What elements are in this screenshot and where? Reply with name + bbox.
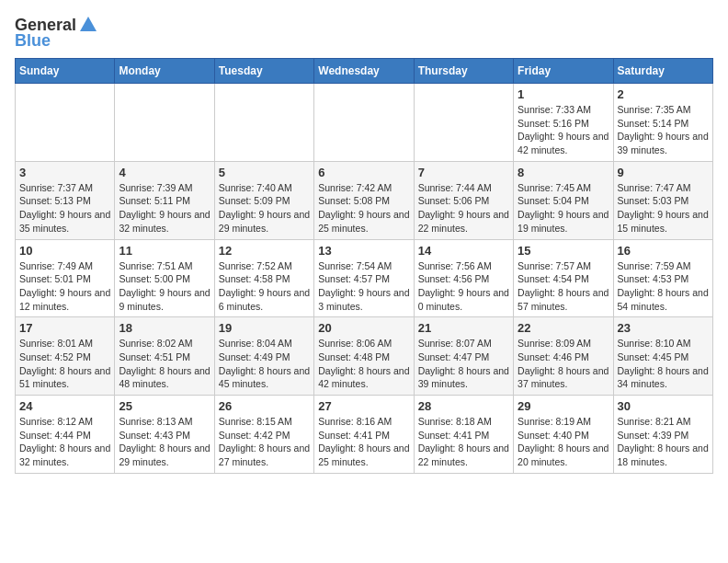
- day-number: 6: [318, 166, 409, 179]
- day-info: Sunrise: 8:13 AM Sunset: 4:43 PM Dayligh…: [119, 415, 210, 469]
- day-number: 1: [518, 87, 609, 101]
- logo-icon: [78, 15, 98, 35]
- day-cell: 16Sunrise: 7:59 AM Sunset: 4:53 PM Dayli…: [613, 239, 712, 317]
- day-info: Sunrise: 7:44 AM Sunset: 5:06 PM Dayligh…: [418, 181, 509, 236]
- day-info: Sunrise: 7:56 AM Sunset: 4:56 PM Dayligh…: [418, 259, 509, 314]
- day-info: Sunrise: 8:09 AM Sunset: 4:46 PM Dayligh…: [518, 337, 609, 391]
- week-row-4: 17Sunrise: 8:01 AM Sunset: 4:52 PM Dayli…: [16, 317, 713, 396]
- day-number: 30: [618, 399, 709, 413]
- day-number: 3: [19, 166, 110, 179]
- day-number: 2: [618, 87, 709, 101]
- day-number: 29: [518, 399, 609, 413]
- day-info: Sunrise: 7:42 AM Sunset: 5:08 PM Dayligh…: [318, 181, 409, 236]
- day-info: Sunrise: 7:52 AM Sunset: 4:58 PM Dayligh…: [219, 259, 310, 314]
- day-number: 19: [219, 321, 310, 335]
- day-number: 9: [618, 166, 709, 179]
- day-cell: 25Sunrise: 8:13 AM Sunset: 4:43 PM Dayli…: [115, 396, 214, 474]
- day-info: Sunrise: 8:18 AM Sunset: 4:41 PM Dayligh…: [418, 415, 509, 469]
- day-number: 21: [418, 321, 509, 335]
- week-row-5: 24Sunrise: 8:12 AM Sunset: 4:44 PM Dayli…: [16, 396, 713, 474]
- day-cell: 8Sunrise: 7:45 AM Sunset: 5:04 PM Daylig…: [514, 161, 613, 239]
- day-cell: 13Sunrise: 7:54 AM Sunset: 4:57 PM Dayli…: [314, 239, 414, 317]
- day-number: 10: [19, 244, 110, 258]
- day-cell: 3Sunrise: 7:37 AM Sunset: 5:13 PM Daylig…: [16, 161, 115, 239]
- day-cell: 4Sunrise: 7:39 AM Sunset: 5:11 PM Daylig…: [115, 161, 214, 239]
- day-number: 7: [418, 166, 509, 179]
- day-cell: 5Sunrise: 7:40 AM Sunset: 5:09 PM Daylig…: [214, 161, 313, 239]
- day-number: 25: [119, 399, 210, 413]
- day-number: 4: [119, 166, 210, 179]
- header-day-thursday: Thursday: [414, 59, 513, 84]
- day-cell: 28Sunrise: 8:18 AM Sunset: 4:41 PM Dayli…: [414, 396, 513, 474]
- header: General Blue: [15, 15, 713, 51]
- day-info: Sunrise: 7:59 AM Sunset: 4:53 PM Dayligh…: [618, 259, 709, 314]
- day-number: 22: [518, 321, 609, 335]
- day-info: Sunrise: 8:06 AM Sunset: 4:48 PM Dayligh…: [318, 337, 409, 391]
- day-cell: 7Sunrise: 7:44 AM Sunset: 5:06 PM Daylig…: [414, 161, 513, 239]
- day-info: Sunrise: 7:33 AM Sunset: 5:16 PM Dayligh…: [518, 103, 609, 157]
- day-cell: 14Sunrise: 7:56 AM Sunset: 4:56 PM Dayli…: [414, 239, 513, 317]
- day-cell: 22Sunrise: 8:09 AM Sunset: 4:46 PM Dayli…: [514, 317, 613, 396]
- day-cell: 17Sunrise: 8:01 AM Sunset: 4:52 PM Dayli…: [16, 317, 115, 396]
- day-cell: 15Sunrise: 7:57 AM Sunset: 4:54 PM Dayli…: [514, 239, 613, 317]
- day-info: Sunrise: 8:07 AM Sunset: 4:47 PM Dayligh…: [418, 337, 509, 391]
- day-cell: 1Sunrise: 7:33 AM Sunset: 5:16 PM Daylig…: [514, 84, 613, 162]
- header-day-sunday: Sunday: [16, 59, 115, 84]
- day-info: Sunrise: 7:54 AM Sunset: 4:57 PM Dayligh…: [318, 259, 409, 314]
- calendar: SundayMondayTuesdayWednesdayThursdayFrid…: [15, 58, 713, 474]
- day-info: Sunrise: 8:19 AM Sunset: 4:40 PM Dayligh…: [518, 415, 609, 469]
- day-info: Sunrise: 8:10 AM Sunset: 4:45 PM Dayligh…: [618, 337, 709, 391]
- day-cell: 27Sunrise: 8:16 AM Sunset: 4:41 PM Dayli…: [314, 396, 414, 474]
- day-number: 24: [19, 399, 110, 413]
- day-number: 14: [418, 244, 509, 258]
- day-cell: [314, 84, 414, 162]
- day-number: 23: [618, 321, 709, 335]
- day-number: 13: [318, 244, 409, 258]
- day-cell: 24Sunrise: 8:12 AM Sunset: 4:44 PM Dayli…: [16, 396, 115, 474]
- day-number: 11: [119, 244, 210, 258]
- day-cell: 9Sunrise: 7:47 AM Sunset: 5:03 PM Daylig…: [613, 161, 712, 239]
- day-number: 5: [219, 166, 310, 179]
- day-number: 20: [318, 321, 409, 335]
- day-info: Sunrise: 7:51 AM Sunset: 5:00 PM Dayligh…: [119, 259, 210, 314]
- day-number: 18: [119, 321, 210, 335]
- day-info: Sunrise: 7:35 AM Sunset: 5:14 PM Dayligh…: [618, 103, 709, 157]
- week-row-3: 10Sunrise: 7:49 AM Sunset: 5:01 PM Dayli…: [16, 239, 713, 317]
- day-info: Sunrise: 7:49 AM Sunset: 5:01 PM Dayligh…: [19, 259, 110, 314]
- day-cell: 12Sunrise: 7:52 AM Sunset: 4:58 PM Dayli…: [214, 239, 313, 317]
- day-info: Sunrise: 7:47 AM Sunset: 5:03 PM Dayligh…: [618, 181, 709, 236]
- day-cell: 29Sunrise: 8:19 AM Sunset: 4:40 PM Dayli…: [514, 396, 613, 474]
- header-day-tuesday: Tuesday: [214, 59, 313, 84]
- day-number: 12: [219, 244, 310, 258]
- calendar-header-row: SundayMondayTuesdayWednesdayThursdayFrid…: [16, 59, 713, 84]
- day-number: 27: [318, 399, 409, 413]
- day-info: Sunrise: 7:40 AM Sunset: 5:09 PM Dayligh…: [219, 181, 310, 236]
- day-number: 16: [618, 244, 709, 258]
- logo-blue: Blue: [15, 31, 51, 51]
- day-number: 28: [418, 399, 509, 413]
- week-row-2: 3Sunrise: 7:37 AM Sunset: 5:13 PM Daylig…: [16, 161, 713, 239]
- header-day-saturday: Saturday: [613, 59, 712, 84]
- logo: General Blue: [15, 15, 98, 51]
- day-cell: 18Sunrise: 8:02 AM Sunset: 4:51 PM Dayli…: [115, 317, 214, 396]
- day-cell: [414, 84, 513, 162]
- day-cell: [214, 84, 313, 162]
- header-day-wednesday: Wednesday: [314, 59, 414, 84]
- day-number: 17: [19, 321, 110, 335]
- day-cell: 2Sunrise: 7:35 AM Sunset: 5:14 PM Daylig…: [613, 84, 712, 162]
- day-number: 26: [219, 399, 310, 413]
- day-info: Sunrise: 8:04 AM Sunset: 4:49 PM Dayligh…: [219, 337, 310, 391]
- svg-marker-0: [80, 17, 97, 31]
- day-info: Sunrise: 8:01 AM Sunset: 4:52 PM Dayligh…: [19, 337, 110, 391]
- day-cell: [16, 84, 115, 162]
- day-cell: 11Sunrise: 7:51 AM Sunset: 5:00 PM Dayli…: [115, 239, 214, 317]
- day-info: Sunrise: 7:37 AM Sunset: 5:13 PM Dayligh…: [19, 181, 110, 236]
- day-cell: 21Sunrise: 8:07 AM Sunset: 4:47 PM Dayli…: [414, 317, 513, 396]
- day-info: Sunrise: 7:45 AM Sunset: 5:04 PM Dayligh…: [518, 181, 609, 236]
- day-cell: 6Sunrise: 7:42 AM Sunset: 5:08 PM Daylig…: [314, 161, 414, 239]
- week-row-1: 1Sunrise: 7:33 AM Sunset: 5:16 PM Daylig…: [16, 84, 713, 162]
- header-day-monday: Monday: [115, 59, 214, 84]
- day-info: Sunrise: 7:57 AM Sunset: 4:54 PM Dayligh…: [518, 259, 609, 314]
- day-number: 15: [518, 244, 609, 258]
- day-info: Sunrise: 8:15 AM Sunset: 4:42 PM Dayligh…: [219, 415, 310, 469]
